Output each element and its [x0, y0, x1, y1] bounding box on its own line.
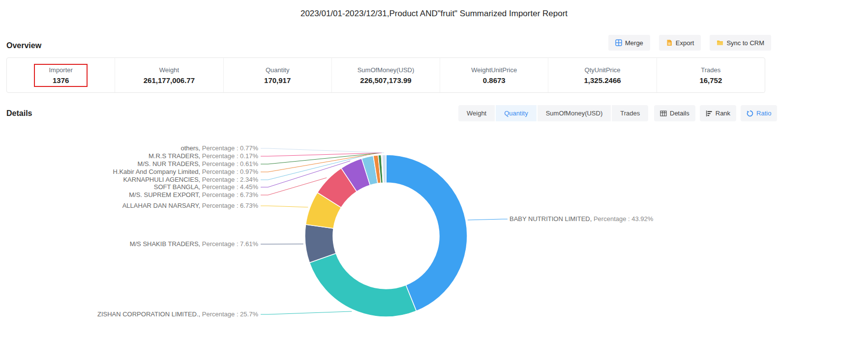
- stat-label: Quantity: [264, 66, 291, 74]
- stat-importer[interactable]: Importer1376: [7, 58, 115, 92]
- pie-label-soft-bangla: SOFT BANGLA, Percentage : 4.45%: [154, 183, 259, 191]
- view-rank-label: Rank: [716, 110, 730, 117]
- stat-content: Weight261,177,006.77: [135, 64, 204, 87]
- export-button[interactable]: Export: [659, 35, 701, 51]
- sync-icon: [717, 39, 723, 46]
- pie-label-m-s-shakib-traders: M/S SHAKIB TRADERS, Percentage : 7.61%: [130, 240, 259, 248]
- stat-content: Quantity170,917: [255, 64, 299, 87]
- pie-leader-line: [261, 148, 384, 153]
- stat-sumofmoney-usd[interactable]: SumOfMoney(USD)226,507,173.99: [332, 58, 440, 92]
- merge-button[interactable]: Merge: [608, 35, 650, 51]
- pie-label-allahar-dan-narsary: ALLAHAR DAN NARSARY, Percentage : 6.73%: [122, 202, 259, 209]
- view-details-button[interactable]: Details: [654, 105, 695, 121]
- stat-label: Importer: [49, 66, 72, 74]
- view-ratio-label: Ratio: [756, 110, 771, 117]
- tab-trades[interactable]: Trades: [612, 105, 648, 121]
- stat-value: 261,177,006.77: [144, 76, 195, 84]
- stat-content: Trades16,752: [690, 64, 731, 87]
- pie-slice-zishan-corporation-limited[interactable]: [309, 253, 416, 317]
- pie-label-baby-nutrition-limited: BABY NUTRITION LIMITED, Percentage : 43.…: [509, 215, 654, 223]
- stat-qtyunitprice[interactable]: QtyUnitPrice1,325.2466: [548, 58, 657, 92]
- details-icon: [660, 110, 667, 117]
- tab-sumofmoney-usd[interactable]: SumOfMoney(USD): [538, 105, 611, 121]
- details-heading: Details: [6, 109, 32, 118]
- stat-content: WeightUnitPrice0.8673: [462, 64, 526, 87]
- stat-value: 0.8673: [471, 76, 517, 84]
- report-title: 2023/01/01-2023/12/31,Product AND"fruit"…: [0, 9, 868, 19]
- ratio-icon: [747, 110, 753, 117]
- sync-to-crm-button[interactable]: Sync to CRM: [710, 35, 771, 51]
- tab-quantity[interactable]: Quantity: [496, 105, 536, 121]
- overview-heading: Overview: [6, 41, 41, 50]
- view-ratio-button[interactable]: Ratio: [741, 105, 777, 121]
- pie-leader-line: [261, 311, 352, 314]
- metric-tabs: WeightQuantitySumOfMoney(USD)Trades: [458, 105, 648, 121]
- stat-content: QtyUnitPrice1,325.2466: [575, 64, 630, 87]
- pie-label-others: others, Percentage : 0.77%: [180, 144, 258, 152]
- pie-leader-line: [261, 206, 308, 207]
- stat-content: SumOfMoney(USD)226,507,173.99: [349, 64, 423, 87]
- stat-weightunitprice[interactable]: WeightUnitPrice0.8673: [440, 58, 548, 92]
- page: 2023/01/01-2023/12/31,Product AND"fruit"…: [0, 0, 868, 364]
- pie-leader-line: [468, 219, 508, 220]
- stat-label: WeightUnitPrice: [471, 66, 517, 74]
- stat-value: 170,917: [264, 76, 291, 84]
- stat-highlight-box: Importer1376: [34, 64, 87, 87]
- export-label: Export: [676, 39, 694, 47]
- pie-label-m-r-s-traders: M.R.S TRADERS, Percentage : 0.17%: [149, 152, 258, 160]
- stat-value: 1376: [49, 76, 72, 84]
- ratio-pie-chart: BABY NUTRITION LIMITED, Percentage : 43.…: [0, 0, 868, 364]
- stat-label: QtyUnitPrice: [584, 66, 621, 74]
- stat-value: 1,325.2466: [584, 76, 621, 84]
- pie-label-m-s-nur-traders: M/S. NUR TRADERS, Percentage : 0.61%: [138, 160, 259, 168]
- view-rank-button[interactable]: Rank: [700, 105, 736, 121]
- pie-label-m-s-suprem-export: M/S. SUPREM EXPORT, Percentage : 6.73%: [129, 191, 258, 198]
- stat-value: 226,507,173.99: [358, 76, 415, 84]
- stat-label: Trades: [699, 66, 722, 74]
- export-icon: [666, 39, 673, 46]
- pie-label-h-kabir-and-company-limited: H.Kabir And Company Limited, Percentage …: [113, 168, 258, 175]
- pie-leader-line: [261, 153, 382, 156]
- sync-to-crm-label: Sync to CRM: [726, 39, 764, 47]
- stat-label: SumOfMoney(USD): [358, 66, 415, 74]
- merge-label: Merge: [625, 39, 643, 47]
- stat-weight[interactable]: Weight261,177,006.77: [115, 58, 223, 92]
- pie-label-zishan-corporation-limited: ZISHAN CORPORATION LIMITED., Percentage …: [97, 310, 258, 318]
- overview-actions: MergeExportSync to CRM: [608, 35, 771, 51]
- pie-leader-line: [261, 178, 327, 195]
- stat-trades[interactable]: Trades16,752: [657, 58, 765, 92]
- view-details-label: Details: [670, 110, 689, 117]
- stat-value: 16,752: [699, 76, 722, 84]
- stat-label: Weight: [144, 66, 195, 74]
- tab-weight[interactable]: Weight: [458, 105, 495, 121]
- view-tabs: DetailsRankRatio: [654, 105, 777, 121]
- rank-icon: [706, 110, 713, 117]
- stat-quantity[interactable]: Quantity170,917: [224, 58, 332, 92]
- pie-label-karnaphuli-agencies: KARNAPHULI AGENCIES, Percentage : 2.34%: [123, 176, 258, 183]
- overview-stats: Importer1376Weight261,177,006.77Quantity…: [6, 57, 765, 93]
- merge-icon: [615, 39, 622, 46]
